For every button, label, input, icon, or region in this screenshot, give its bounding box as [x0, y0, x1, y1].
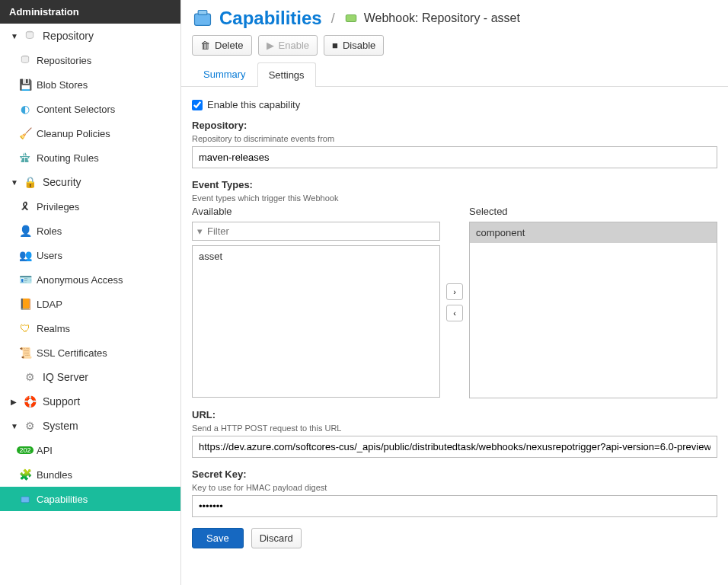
secret-desc: Key to use for HMAC payload digest: [192, 483, 717, 492]
page-title: Capabilities: [219, 8, 322, 29]
route-icon: 🛣: [18, 152, 32, 164]
disable-label: Disable: [343, 40, 375, 51]
delete-button[interactable]: 🗑 Delete: [192, 35, 252, 56]
sidebar-header: Administration: [0, 0, 180, 24]
puzzle-icon: 🧩: [18, 468, 32, 481]
settings-form: Enable this capability Repository: Repos…: [181, 87, 728, 585]
sidebar-item-label: Bundles: [37, 469, 72, 481]
id-card-icon: 🪪: [18, 273, 32, 286]
url-label: URL:: [192, 409, 717, 420]
available-listbox[interactable]: asset: [192, 245, 440, 398]
chevron-right-icon: ›: [453, 287, 456, 296]
capabilities-icon: [192, 8, 213, 29]
sidebar-group-label: Security: [43, 176, 81, 188]
sidebar-item-blob-stores[interactable]: 💾Blob Stores: [0, 72, 180, 97]
sidebar-item-label: LDAP: [37, 299, 62, 310]
sidebar-item-label: Privileges: [37, 201, 79, 213]
move-left-button[interactable]: ‹: [446, 305, 463, 321]
filter-icon: ▾: [197, 225, 203, 237]
selected-label: Selected: [469, 206, 717, 217]
sidebar-item-ssl-certificates[interactable]: 📜SSL Certificates: [0, 340, 180, 365]
sidebar-item-realms[interactable]: 🛡Realms: [0, 316, 180, 340]
database-icon: [23, 30, 37, 42]
sidebar-item-capabilities[interactable]: Capabilities: [0, 487, 180, 511]
sidebar-group-label: Support: [43, 395, 80, 408]
badge-icon: 202: [18, 444, 32, 456]
sidebar-group-repository[interactable]: ▼Repository: [0, 24, 180, 48]
sidebar-item-label: Blob Stores: [37, 79, 88, 91]
stop-icon: ■: [332, 40, 338, 51]
webhook-icon: [344, 11, 358, 25]
sidebar-group-system[interactable]: ▼⚙System: [0, 414, 180, 438]
available-item[interactable]: asset: [193, 246, 439, 267]
sidebar-item-label: Routing Rules: [37, 152, 99, 164]
sidebar-item-label: Cleanup Policies: [37, 128, 110, 139]
play-icon: ▶: [267, 40, 274, 51]
sidebar-item-label: Anonymous Access: [37, 274, 123, 286]
enable-capability-label: Enable this capability: [207, 99, 300, 110]
sidebar-item-label: Capabilities: [37, 494, 88, 505]
enable-capability-checkbox[interactable]: [192, 100, 203, 110]
trash-icon: 🗑: [200, 40, 210, 51]
sidebar-item-label: API: [37, 445, 53, 456]
event-types-dual-list: Available ▾ asset › ‹ Selected component: [192, 206, 717, 398]
disable-button[interactable]: ■ Disable: [324, 35, 384, 56]
available-label: Available: [192, 206, 440, 217]
event-types-label: Event Types:: [192, 179, 717, 190]
url-desc: Send a HTTP POST request to this URL: [192, 424, 717, 433]
box-icon: [18, 493, 32, 505]
sidebar-item-privileges[interactable]: 🎗Privileges: [0, 194, 180, 219]
selector-icon: ◐: [18, 103, 32, 115]
sidebar-item-anonymous-access[interactable]: 🪪Anonymous Access: [0, 267, 180, 292]
caret-icon: ▼: [11, 178, 20, 187]
discard-button[interactable]: Discard: [251, 528, 302, 548]
breadcrumb-separator: /: [328, 11, 338, 27]
sidebar-item-ldap[interactable]: 📙LDAP: [0, 292, 180, 316]
tab-summary[interactable]: Summary: [192, 62, 257, 86]
available-filter-input[interactable]: [207, 225, 435, 237]
sidebar-item-label: Users: [37, 250, 62, 261]
available-filter[interactable]: ▾: [192, 222, 440, 241]
tab-settings[interactable]: Settings: [257, 62, 316, 87]
sidebar-item-repositories[interactable]: Repositories: [0, 48, 180, 72]
sidebar-group-label: IQ Server: [43, 371, 88, 383]
sidebar-group-support[interactable]: ▶🛟Support: [0, 389, 180, 414]
ribbon-icon: 🎗: [18, 200, 32, 213]
selected-item[interactable]: component: [470, 222, 717, 243]
user-role-icon: 👤: [18, 225, 32, 237]
sidebar-item-api[interactable]: 202API: [0, 438, 180, 462]
tabs: Summary Settings: [181, 62, 728, 87]
lock-icon: 🔒: [23, 176, 37, 188]
enable-button[interactable]: ▶ Enable: [258, 35, 318, 56]
sidebar-item-label: SSL Certificates: [37, 347, 107, 359]
selected-listbox[interactable]: component: [469, 222, 717, 398]
delete-label: Delete: [215, 40, 244, 51]
main-panel: Capabilities / Webhook: Repository - ass…: [181, 0, 728, 585]
sidebar-group-label: Repository: [43, 30, 94, 42]
sidebar-group-iq-server[interactable]: ⚙IQ Server: [0, 365, 180, 389]
move-right-button[interactable]: ›: [446, 283, 463, 300]
sidebar-item-label: Repositories: [37, 55, 91, 66]
svg-rect-3: [195, 14, 211, 25]
sidebar-group-security[interactable]: ▼🔒Security: [0, 170, 180, 194]
book-icon: 📙: [18, 298, 32, 310]
caret-icon: ▼: [11, 422, 20, 430]
svg-rect-2: [21, 497, 30, 503]
sidebar-item-content-selectors[interactable]: ◐Content Selectors: [0, 97, 180, 121]
enable-label: Enable: [279, 40, 309, 51]
save-button[interactable]: Save: [192, 528, 244, 548]
sidebar-item-roles[interactable]: 👤Roles: [0, 219, 180, 243]
url-input[interactable]: [192, 436, 717, 458]
repository-input[interactable]: [192, 146, 717, 168]
shield-icon: 🛡: [18, 322, 32, 334]
sidebar-item-bundles[interactable]: 🧩Bundles: [0, 462, 180, 487]
sidebar-item-users[interactable]: 👥Users: [0, 243, 180, 267]
admin-sidebar: Administration ▼RepositoryRepositories💾B…: [0, 0, 181, 585]
chevron-left-icon: ‹: [453, 308, 456, 318]
sidebar-item-cleanup-policies[interactable]: 🧹Cleanup Policies: [0, 121, 180, 145]
sidebar-item-label: Content Selectors: [37, 104, 115, 115]
sidebar-item-routing-rules[interactable]: 🛣Routing Rules: [0, 145, 180, 170]
page-title-row: Capabilities / Webhook: Repository - ass…: [181, 0, 728, 35]
secret-input[interactable]: [192, 495, 717, 517]
support-icon: 🛟: [23, 395, 37, 408]
